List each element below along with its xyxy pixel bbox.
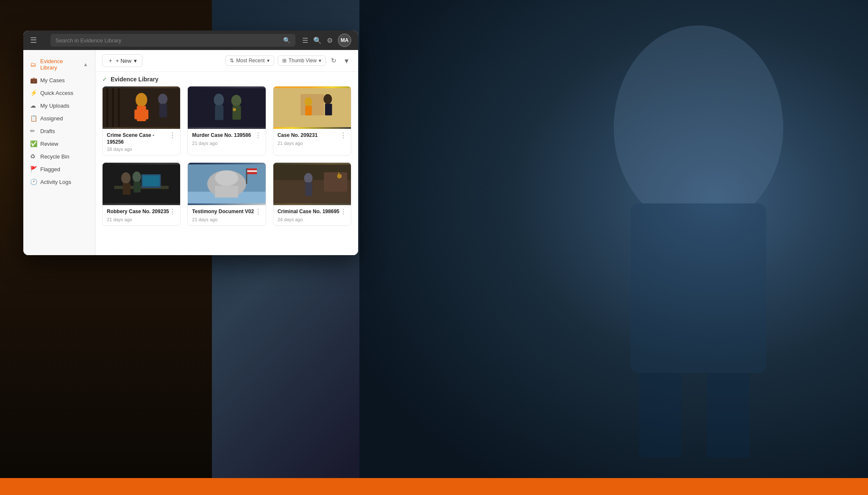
top-bar: ☰ Search in Evidence Library 🔍 ☰ 🔍 ⚙ MA: [23, 31, 358, 50]
svg-point-8: [136, 93, 147, 107]
content-panel: ＋ + New ▾ ⇅ Most Recent ▾ ⊞ Thumb View ▾: [95, 50, 358, 255]
card-menu-icon[interactable]: ⋮: [255, 208, 262, 216]
sidebar-item-flagged[interactable]: 🚩 Flagged: [23, 163, 95, 175]
sort-button[interactable]: ⇅ Most Recent ▾: [225, 56, 274, 66]
card-date: 21 days ago: [107, 217, 176, 222]
library-header: ✓ Evidence Library: [95, 72, 358, 86]
library-title: Evidence Library: [111, 76, 159, 83]
card-body: Murder Case No. 139586 ⋮ 21 days ago: [188, 129, 265, 149]
search-icon-btn[interactable]: 🔍: [313, 36, 322, 44]
svg-rect-30: [142, 175, 159, 186]
filter-icon[interactable]: ▼: [342, 56, 351, 66]
sidebar-item-assigned[interactable]: 📋 Assigned: [23, 112, 95, 125]
sidebar: 🗂 Evidence Library ▲ 💼 My Cases ⚡ Quick …: [23, 50, 95, 255]
svg-rect-49: [338, 172, 339, 178]
card-criminal-case[interactable]: Criminal Case No. 198695 ⋮ 24 days ago: [273, 162, 351, 226]
card-testimony-doc[interactable]: Testimony Document V02 ⋮ 21 days ago: [187, 162, 266, 226]
new-button[interactable]: ＋ + New ▾: [102, 54, 142, 67]
drafts-icon: ✏: [30, 128, 37, 134]
hamburger-menu-icon[interactable]: ☰: [30, 36, 37, 45]
card-case-209231[interactable]: Case No. 209231 ⋮ 21 days ago: [273, 86, 351, 156]
card-crime-scene[interactable]: Crime Scene Case - 195256 ⋮ 18 days ago: [102, 86, 181, 156]
recycle-bin-icon: ♻: [30, 153, 37, 160]
sidebar-item-label: My Uploads: [40, 103, 70, 109]
svg-rect-34: [134, 182, 140, 193]
sidebar-item-label: Assigned: [40, 115, 63, 122]
card-robbery-case[interactable]: Robbery Case No. 209235 ⋮ 21 days ago: [102, 162, 181, 226]
sidebar-item-label: Evidence Library: [40, 58, 80, 71]
card-header-row: Testimony Document V02 ⋮: [192, 209, 261, 216]
view-chevron-icon: ▾: [319, 58, 321, 64]
avatar[interactable]: MA: [338, 33, 351, 47]
sidebar-item-my-cases[interactable]: 💼 My Cases: [23, 74, 95, 86]
svg-rect-26: [325, 104, 332, 115]
sidebar-item-label: My Cases: [40, 77, 65, 83]
card-menu-icon[interactable]: ⋮: [169, 131, 176, 139]
card-menu-icon[interactable]: ⋮: [340, 131, 347, 139]
quick-access-icon: ⚡: [30, 89, 37, 96]
svg-point-12: [158, 94, 167, 105]
card-thumbnail: [188, 86, 265, 129]
sidebar-item-drafts[interactable]: ✏ Drafts: [23, 125, 95, 137]
sidebar-item-activity-logs[interactable]: 🕐 Activity Logs: [23, 175, 95, 188]
card-murder-case[interactable]: Murder Case No. 139586 ⋮ 21 days ago: [187, 86, 266, 156]
card-menu-icon[interactable]: ⋮: [340, 208, 347, 216]
card-menu-icon[interactable]: ⋮: [169, 208, 176, 216]
svg-point-46: [304, 173, 312, 184]
card-header-row: Robbery Case No. 209235 ⋮: [107, 209, 176, 216]
sidebar-item-label: Activity Logs: [40, 179, 71, 185]
svg-rect-1: [631, 203, 766, 373]
grid-container: Crime Scene Case - 195256 ⋮ 18 days ago: [95, 86, 358, 255]
sidebar-item-label: Flagged: [40, 166, 60, 172]
card-date: 21 days ago: [192, 141, 261, 146]
sidebar-item-my-uploads[interactable]: ☁ My Uploads: [23, 99, 95, 112]
svg-rect-10: [134, 110, 139, 120]
card-body: Robbery Case No. 209235 ⋮ 21 days ago: [103, 205, 180, 225]
new-label: + New: [116, 58, 131, 64]
card-header-row: Crime Scene Case - 195256 ⋮: [107, 132, 176, 145]
svg-rect-2: [639, 373, 682, 458]
card-date: 21 days ago: [278, 141, 347, 146]
svg-rect-16: [215, 106, 223, 120]
chevron-up-icon: ▲: [83, 61, 88, 67]
chevron-down-icon: ▾: [134, 58, 137, 64]
svg-rect-11: [144, 110, 148, 120]
sidebar-item-review[interactable]: ✅ Review: [23, 137, 95, 150]
svg-rect-40: [246, 169, 248, 184]
card-thumbnail: [103, 86, 180, 129]
svg-rect-24: [305, 106, 312, 115]
sort-chevron-icon: ▾: [267, 58, 270, 64]
card-body: Criminal Case No. 198695 ⋮ 24 days ago: [273, 205, 351, 225]
view-label: Thumb View: [289, 58, 317, 64]
card-date: 24 days ago: [278, 217, 347, 222]
svg-point-31: [121, 172, 131, 184]
svg-rect-3: [707, 373, 749, 458]
card-thumbnail: [103, 163, 180, 205]
settings-icon[interactable]: ⚙: [327, 36, 333, 44]
list-icon[interactable]: ☰: [302, 36, 308, 44]
refresh-icon[interactable]: ↻: [329, 55, 338, 66]
toolbar-right: ⇅ Most Recent ▾ ⊞ Thumb View ▾ ↻ ▼: [225, 55, 351, 66]
search-icon: 🔍: [283, 37, 290, 44]
svg-point-25: [323, 94, 332, 104]
svg-rect-42: [248, 170, 257, 172]
sort-icon: ⇅: [230, 58, 234, 64]
grid-icon: ⊞: [282, 58, 287, 64]
assigned-icon: 📋: [30, 115, 37, 122]
card-title: Criminal Case No. 198695: [278, 209, 339, 215]
svg-rect-6: [112, 88, 114, 127]
search-bar[interactable]: Search in Evidence Library 🔍: [50, 34, 295, 47]
svg-rect-32: [123, 183, 131, 195]
evidence-library-icon: 🗂: [30, 61, 37, 68]
sidebar-item-quick-access[interactable]: ⚡ Quick Access: [23, 86, 95, 99]
sidebar-item-recycle-bin[interactable]: ♻ Recycle Bin: [23, 150, 95, 163]
svg-rect-13: [159, 104, 167, 117]
view-button[interactable]: ⊞ Thumb View ▾: [278, 56, 326, 66]
card-body: Testimony Document V02 ⋮ 21 days ago: [188, 205, 265, 225]
card-menu-icon[interactable]: ⋮: [255, 131, 262, 139]
card-title: Crime Scene Case - 195256: [107, 132, 169, 145]
card-header-row: Criminal Case No. 198695 ⋮: [278, 209, 347, 216]
sidebar-item-evidence-library[interactable]: 🗂 Evidence Library ▲: [23, 55, 95, 74]
svg-rect-45: [324, 172, 347, 192]
sidebar-item-label: Drafts: [40, 128, 55, 134]
